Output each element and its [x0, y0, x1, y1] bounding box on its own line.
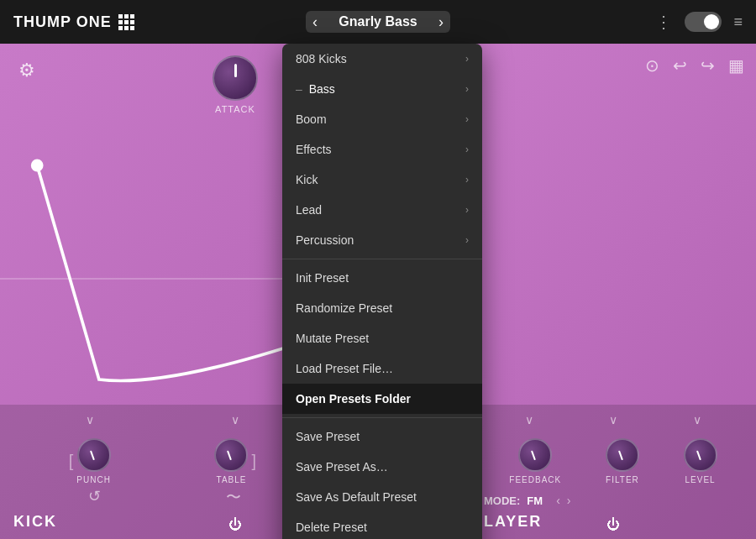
prev-preset-button[interactable]: ‹: [312, 14, 318, 29]
dropdown-item-randomize[interactable]: Randomize Preset: [282, 293, 482, 323]
top-right-controls: ⋮ ≡: [655, 12, 743, 32]
layer-chevron-3: ∨: [693, 413, 701, 426]
layer-power-button[interactable]: ⏻: [606, 517, 620, 532]
chevron-right-icon: ›: [465, 144, 469, 155]
feedback-label: FEEDBACK: [509, 475, 561, 484]
bracket-left-1: [: [69, 452, 74, 471]
dropdown-separator: [282, 417, 482, 418]
dropdown-item-percussion[interactable]: Percussion›: [282, 225, 482, 255]
punch-label: PUNCH: [76, 475, 111, 484]
layer-chevron-2: ∨: [609, 413, 617, 426]
layer-chevron-1: ∨: [525, 413, 533, 426]
next-preset-button[interactable]: ›: [438, 14, 444, 29]
dropdown-item-mutate[interactable]: Mutate Preset: [282, 323, 482, 353]
dropdown-item-save[interactable]: Save Preset: [282, 421, 482, 452]
dropdown-item-save_default[interactable]: Save As Default Preset: [282, 482, 482, 512]
grid-view-button[interactable]: ▦: [728, 55, 744, 76]
bracket-right-1: ]: [251, 452, 256, 471]
filter-knob[interactable]: [606, 438, 639, 472]
dropdown-item-808kicks[interactable]: 808 Kicks›: [282, 44, 482, 74]
dropdown-item-effects[interactable]: Effects›: [282, 134, 482, 165]
menu-button[interactable]: ≡: [733, 13, 743, 31]
table-group: TABLE ]: [214, 438, 256, 484]
level-label: LEVEL: [685, 475, 716, 484]
mode-prev-button[interactable]: ‹: [556, 494, 560, 507]
undo-button[interactable]: ↩: [673, 55, 687, 76]
table-label: TABLE: [217, 475, 247, 484]
punch-knob[interactable]: [77, 438, 111, 472]
feedback-knob[interactable]: [518, 438, 552, 472]
chevron-1: ∨: [86, 413, 94, 426]
preset-name: Gnarly Bass: [328, 14, 428, 29]
attack-control: ATTACK: [213, 55, 258, 114]
punch-group: [ PUNCH: [69, 438, 111, 484]
punch-knob-group: PUNCH: [76, 438, 111, 484]
dropdown-item-init[interactable]: Init Preset: [282, 263, 482, 293]
level-knob-group: LEVEL: [684, 438, 717, 484]
attack-label: ATTACK: [215, 104, 255, 114]
preset-dropdown: 808 Kicks›– Bass›Boom›Effects›Kick›Lead›…: [282, 44, 482, 539]
chevron-2: ∨: [231, 413, 239, 426]
power-toggle[interactable]: [685, 12, 722, 32]
chevron-right-icon: ›: [465, 174, 469, 186]
dropdown-item-save_as[interactable]: Save Preset As…: [282, 452, 482, 482]
chevron-right-icon: ›: [465, 204, 469, 216]
chevron-right-icon: ›: [465, 234, 469, 246]
settings-button[interactable]: ⚙: [12, 55, 42, 86]
filter-knob-group: FILTER: [606, 438, 639, 484]
layer-panel: ⊙ ↩ ↪ ▦ ∨ ∨ ∨ FEEDBACK FILTER: [470, 44, 756, 539]
svg-point-1: [31, 160, 44, 172]
layer-bottom-panel: ∨ ∨ ∨ FEEDBACK FILTER LEVEL: [470, 405, 756, 539]
redo-button[interactable]: ↪: [701, 55, 715, 76]
level-knob[interactable]: [684, 438, 717, 472]
app-name: THUMP ONE: [13, 13, 112, 31]
filter-label: FILTER: [606, 475, 639, 484]
kick-section-label: KICK: [13, 513, 57, 531]
dropdown-item-boom[interactable]: Boom›: [282, 104, 482, 134]
dropdown-item-kick[interactable]: Kick›: [282, 165, 482, 195]
feedback-knob-group: FEEDBACK: [509, 438, 561, 484]
mode-next-button[interactable]: ›: [567, 494, 571, 507]
target-icon-button[interactable]: ⊙: [645, 55, 659, 76]
app-title: THUMP ONE: [13, 13, 134, 31]
mode-value: FM: [527, 495, 543, 507]
chevron-right-icon: ›: [465, 113, 469, 125]
mode-label: MODE:: [484, 495, 520, 507]
right-top-icons: ⊙ ↩ ↪ ▦: [645, 55, 744, 76]
layer-section-label: LAYER: [484, 513, 542, 531]
sub-icon-1: ↺: [88, 487, 101, 507]
preset-nav: ‹ Gnarly Bass ›: [306, 11, 450, 33]
layer-knobs-row: FEEDBACK FILTER LEVEL: [470, 438, 756, 484]
dropdown-item-open_folder[interactable]: Open Presets Folder: [282, 384, 482, 414]
dropdown-item-delete[interactable]: Delete Preset: [282, 512, 482, 539]
dropdown-separator: [282, 259, 482, 259]
sub-icon-2: 〜: [226, 487, 241, 507]
kick-power-button[interactable]: ⏻: [228, 517, 242, 532]
more-options-button[interactable]: ⋮: [655, 12, 673, 32]
top-bar: THUMP ONE ‹ Gnarly Bass › ⋮ ≡: [0, 0, 756, 44]
table-knob[interactable]: [214, 438, 248, 472]
grid-icon: [118, 14, 134, 30]
chevron-right-icon: ›: [465, 53, 469, 65]
dropdown-item-bass[interactable]: – Bass›: [282, 74, 482, 104]
attack-knob[interactable]: [213, 55, 258, 101]
dropdown-item-load[interactable]: Load Preset File…: [282, 353, 482, 384]
table-knob-group: TABLE: [214, 438, 248, 484]
dropdown-item-lead[interactable]: Lead›: [282, 195, 482, 225]
chevron-right-icon: ›: [465, 83, 469, 95]
